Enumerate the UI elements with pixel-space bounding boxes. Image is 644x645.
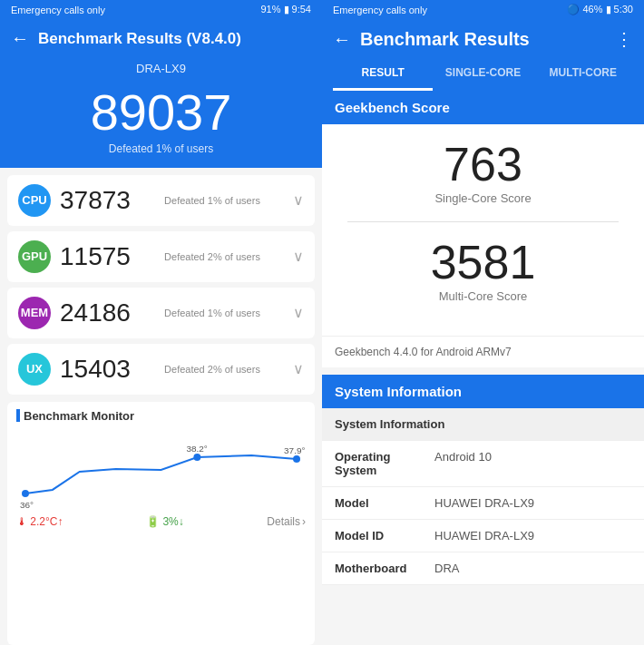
left-page-title: Benchmark Results (V8.4.0): [38, 30, 241, 48]
right-back-button[interactable]: ←: [333, 29, 351, 50]
monitor-title: Benchmark Monitor: [16, 409, 306, 423]
multi-core-score: 3581: [335, 239, 631, 286]
os-value: Android 10: [434, 450, 492, 464]
gpu-score-value: 11575: [60, 242, 132, 271]
geekbench-score-header: Geekbench Score: [322, 91, 644, 124]
multi-core-label: Multi-Core Score: [335, 289, 631, 303]
monitor-footer: 🌡 2.2°C↑ 🔋 3%↓ Details ›: [16, 510, 306, 530]
gpu-chevron-icon: ∨: [293, 248, 304, 265]
svg-text:36°: 36°: [20, 499, 34, 509]
benchmark-monitor: Benchmark Monitor 36° 38.2° 37.9° 🌡 2.2°…: [7, 402, 315, 645]
cpu-icon: CPU: [18, 184, 51, 217]
left-panel: Emergency calls only 91% ▮ 9:54 ← Benchm…: [0, 0, 322, 645]
model-value: HUAWEI DRA-LX9: [434, 496, 534, 510]
back-button[interactable]: ←: [11, 28, 29, 49]
cpu-score-card[interactable]: CPU 37873 Defeated 1% of users ∨: [7, 175, 315, 226]
geekbench-note: Geekbench 4.4.0 for Android ARMv7: [322, 336, 644, 367]
system-info-header: System Information: [322, 375, 644, 408]
ux-score-value: 15403: [60, 355, 132, 384]
tab-single-core[interactable]: SINGLE-CORE: [433, 57, 532, 91]
cpu-score-value: 37873: [60, 186, 132, 215]
sys-row-model-id: Model ID HUAWEI DRA-LX9: [322, 520, 644, 552]
right-title-bar: ← Benchmark Results ⋮: [333, 19, 633, 50]
left-header: Emergency calls only 91% ▮ 9:54 ← Benchm…: [0, 0, 322, 168]
sys-row-os: Operating System Android 10: [322, 441, 644, 487]
ux-chevron-icon: ∨: [293, 360, 304, 377]
svg-text:38.2°: 38.2°: [186, 444, 207, 454]
right-status-bar: Emergency calls only 🔵 46% ▮ 5:30: [333, 0, 633, 19]
right-header: Emergency calls only 🔵 46% ▮ 5:30 ← Benc…: [322, 0, 644, 91]
gpu-score-card[interactable]: GPU 11575 Defeated 2% of users ∨: [7, 231, 315, 282]
svg-point-0: [22, 490, 29, 497]
tabs-row: RESULT SINGLE-CORE MULTI-CORE: [333, 57, 633, 91]
sys-info-section-label: System Information: [335, 417, 444, 431]
more-options-icon[interactable]: ⋮: [615, 28, 633, 50]
sys-row-motherboard: Motherboard DRA: [322, 552, 644, 585]
device-name: DRA-LX9: [11, 62, 311, 79]
temperature-value: 🌡 2.2°C↑: [16, 515, 63, 528]
mem-score-value: 24186: [60, 298, 132, 327]
system-info-table: System Information Operating System Andr…: [322, 408, 644, 585]
cpu-chevron-icon: ∨: [293, 191, 304, 209]
single-core-section: 763 Single-Core Score 3581 Multi-Core Sc…: [322, 124, 644, 336]
right-status-right: 🔵 46% ▮ 5:30: [567, 4, 633, 15]
battery-value: 🔋 3%↓: [146, 515, 184, 528]
ux-score-card[interactable]: UX 15403 Defeated 2% of users ∨: [7, 344, 315, 395]
single-core-score: 763: [335, 141, 631, 188]
details-link[interactable]: Details ›: [267, 515, 306, 528]
model-id-value: HUAWEI DRA-LX9: [434, 529, 534, 542]
defeated-main: Defeated 1% of users: [11, 142, 311, 168]
mem-defeated: Defeated 1% of users: [141, 308, 284, 318]
svg-point-2: [293, 455, 300, 463]
mem-score-card[interactable]: MEM 24186 Defeated 1% of users ∨: [7, 288, 315, 338]
left-status-left: Emergency calls only: [11, 5, 105, 15]
mem-icon: MEM: [18, 297, 51, 329]
svg-point-1: [193, 454, 200, 461]
motherboard-value: DRA: [434, 562, 459, 575]
tab-multi-core[interactable]: MULTI-CORE: [533, 57, 633, 91]
model-id-label: Model ID: [335, 529, 434, 542]
chart-svg: 36° 38.2° 37.9°: [16, 428, 306, 510]
single-core-label: Single-Core Score: [335, 191, 631, 205]
ux-defeated: Defeated 2% of users: [141, 364, 284, 375]
main-score: 89037: [11, 79, 311, 142]
motherboard-label: Motherboard: [335, 562, 434, 575]
score-cards: CPU 37873 Defeated 1% of users ∨ GPU 115…: [0, 168, 322, 402]
sys-info-section-header: System Information: [322, 408, 644, 441]
gpu-defeated: Defeated 2% of users: [141, 251, 284, 262]
left-status-bar: Emergency calls only 91% ▮ 9:54: [11, 0, 311, 19]
ux-icon: UX: [18, 353, 51, 386]
right-panel: Emergency calls only 🔵 46% ▮ 5:30 ← Benc…: [322, 0, 644, 645]
cpu-defeated: Defeated 1% of users: [141, 195, 284, 206]
right-content: Geekbench Score 763 Single-Core Score 35…: [322, 91, 644, 645]
right-status-left: Emergency calls only: [333, 5, 427, 15]
right-page-title: Benchmark Results: [360, 29, 606, 50]
gpu-icon: GPU: [18, 240, 51, 273]
svg-text:37.9°: 37.9°: [284, 445, 305, 455]
tab-result[interactable]: RESULT: [333, 57, 433, 91]
model-label: Model: [335, 496, 434, 510]
sys-row-model: Model HUAWEI DRA-LX9: [322, 487, 644, 520]
monitor-bar-icon: [16, 409, 20, 422]
chart-area: 36° 38.2° 37.9°: [16, 428, 306, 510]
left-status-right: 91% ▮ 9:54: [260, 4, 311, 15]
left-title-bar: ← Benchmark Results (V8.4.0): [11, 19, 311, 62]
mem-chevron-icon: ∨: [293, 304, 304, 321]
os-label: Operating System: [335, 450, 434, 477]
